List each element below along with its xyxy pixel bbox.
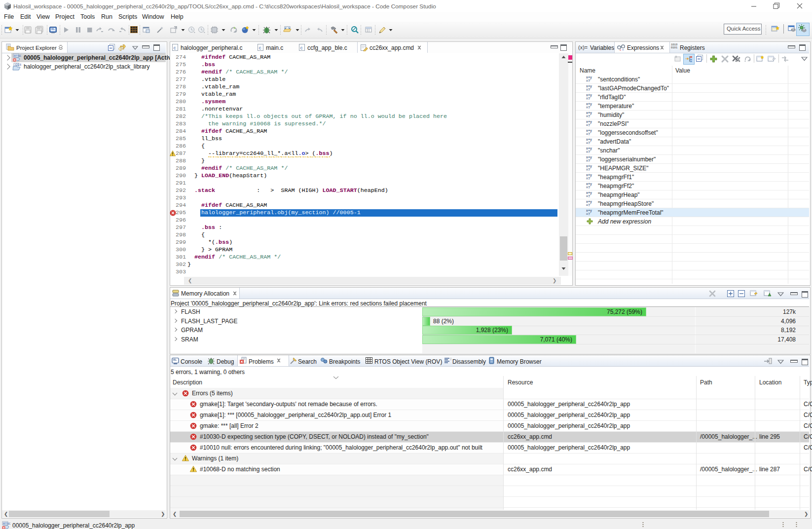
svg-text:x: x: [620, 48, 621, 51]
svg-text:RTSC: RTSC: [3, 522, 10, 525]
svg-text:=: =: [622, 48, 624, 51]
svg-text:c: c: [300, 46, 303, 51]
svg-text:CCS: CCS: [15, 63, 21, 66]
svg-text:RTSC: RTSC: [14, 54, 21, 57]
svg-text:c: c: [174, 46, 176, 51]
svg-text:c: c: [259, 46, 261, 51]
